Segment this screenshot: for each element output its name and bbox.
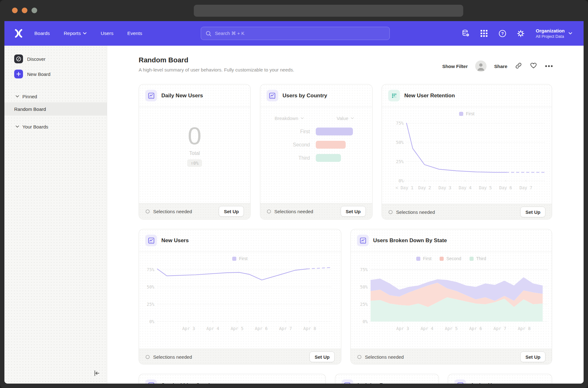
sidebar-item-label: New Board — [27, 71, 50, 77]
avatar[interactable] — [475, 60, 487, 72]
settings-gear-icon[interactable] — [516, 29, 525, 38]
status-selections-needed: Selections needed — [357, 354, 404, 360]
sidebar-item-random-board[interactable]: Random Board — [4, 102, 107, 116]
card-active-users: Active Users — [448, 374, 552, 384]
y-axis-label: 0% — [399, 178, 404, 183]
x-axis-label: Apr 7 — [493, 326, 506, 331]
share-button[interactable]: Share — [494, 64, 507, 69]
legend-swatch-icon — [416, 257, 420, 261]
copy-link-icon[interactable] — [515, 62, 522, 71]
sidebar-section-your-boards[interactable]: Your Boards — [4, 121, 107, 133]
main-content: Random Board A high-level summary of use… — [107, 46, 584, 384]
insights-chart-icon — [145, 90, 157, 101]
status-label: Selections needed — [274, 209, 313, 214]
status-label: Selections needed — [396, 209, 435, 215]
retention-chart: 75%50%25%0%< Day 1Day 2Day 3Day 4Day 5Da… — [382, 120, 552, 204]
show-filter-button[interactable]: Show Filter — [433, 63, 468, 69]
chevron-down-icon — [15, 95, 19, 98]
search-input[interactable]: Search ⌘ + K — [201, 27, 390, 40]
radio-circle-icon — [145, 355, 150, 359]
insights-chart-icon — [357, 235, 369, 246]
x-axis-label: Apr 4 — [421, 326, 434, 331]
legend-item[interactable]: First — [459, 111, 474, 116]
value-column-header[interactable]: Value — [337, 116, 354, 121]
x-axis-label: Apr 5 — [445, 326, 458, 331]
card-new-users: New Users First 75%50%25%0%Apr 3Apr 4Apr… — [139, 229, 341, 364]
y-axis-label: 75% — [147, 267, 154, 272]
set-up-button[interactable]: Set Up — [341, 206, 366, 217]
x-axis-label: Day 3 — [439, 185, 452, 190]
legend-item[interactable]: First — [232, 256, 247, 261]
help-icon[interactable]: ? — [498, 29, 507, 38]
sidebar-item-label: Discover — [27, 56, 45, 62]
org-switcher[interactable]: Organization All Project Data — [536, 28, 572, 39]
cards-row-3: Stacked Line Graph Insights Report — [107, 374, 584, 384]
metric-delta-badge: ↑0% — [187, 159, 202, 167]
data-management-icon[interactable] — [461, 29, 470, 38]
new-users-chart: 75%50%25%0%Apr 3Apr 4Apr 5Apr 6Apr 7Apr … — [139, 265, 341, 349]
section-label: Your Boards — [22, 124, 48, 129]
status-selections-needed: Selections needed — [267, 209, 313, 214]
legend-label: First — [466, 111, 474, 116]
x-axis-label: Day 4 — [459, 185, 472, 190]
sidebar: Discover New Board Pinned Random Board — [4, 46, 107, 384]
status-selections-needed: Selections needed — [388, 209, 435, 215]
collapse-sidebar-icon[interactable] — [92, 369, 101, 377]
sidebar-item-new-board[interactable]: New Board — [4, 66, 107, 82]
close-window-button[interactable] — [12, 8, 18, 13]
card-users-by-state: Users Broken Down By State FirstSecondTh… — [350, 229, 552, 364]
apps-grid-icon[interactable] — [480, 29, 488, 38]
favorite-heart-icon[interactable] — [530, 62, 537, 71]
bar-label: Second — [260, 142, 310, 148]
set-up-button[interactable]: Set Up — [309, 351, 335, 362]
sidebar-section-pinned[interactable]: Pinned — [4, 90, 107, 102]
nav-menu: Boards Reports Users Events — [34, 31, 142, 36]
zoom-window-button[interactable] — [32, 8, 37, 13]
more-options-icon[interactable] — [545, 63, 553, 69]
y-axis-label: 25% — [396, 159, 404, 164]
legend-item[interactable]: Third — [470, 256, 486, 261]
sidebar-item-discover[interactable]: Discover — [4, 51, 107, 66]
country-bar-row: Third — [260, 154, 372, 162]
chart-legend: First — [139, 252, 341, 265]
value-bar — [316, 128, 353, 135]
card-users-by-country: Users by Country Breakdown Value — [260, 84, 372, 220]
filter-funnel-icon — [433, 63, 439, 69]
legend-label: Second — [446, 256, 461, 261]
legend-label: First — [239, 256, 247, 261]
chevron-down-icon — [351, 117, 354, 119]
nav-item-boards[interactable]: Boards — [34, 31, 50, 36]
radio-circle-icon — [388, 210, 393, 214]
legend-swatch-icon — [440, 257, 444, 261]
legend-item[interactable]: First — [416, 256, 431, 261]
browser-url-bar[interactable] — [194, 5, 463, 17]
nav-item-users[interactable]: Users — [101, 31, 113, 36]
set-up-button[interactable]: Set Up — [520, 207, 545, 217]
nav-item-reports[interactable]: Reports — [64, 31, 87, 36]
minimize-window-button[interactable] — [22, 8, 27, 13]
x-axis-label: Day 6 — [499, 185, 512, 190]
traffic-lights — [12, 8, 37, 13]
y-axis-label: 75% — [396, 121, 404, 126]
mixpanel-logo-icon[interactable] — [14, 29, 24, 38]
legend-item[interactable]: Second — [440, 256, 461, 261]
y-axis-label: 50% — [147, 284, 154, 289]
set-up-button[interactable]: Set Up — [219, 206, 244, 217]
x-axis-label: Apr 3 — [396, 326, 409, 331]
country-bar-row: Second — [260, 141, 372, 149]
x-axis-label: Apr 7 — [279, 326, 292, 331]
nav-item-events[interactable]: Events — [127, 31, 142, 36]
card-new-user-retention: New User Retention First 75%50%25%0%< Da… — [382, 84, 552, 220]
insights-chart-icon — [454, 379, 466, 384]
x-axis-label: Apr 8 — [303, 326, 316, 331]
column-label: Value — [337, 116, 348, 121]
search-placeholder: Search ⌘ + K — [215, 31, 245, 36]
insights-chart-icon — [145, 379, 157, 384]
chevron-down-icon — [15, 125, 19, 128]
nav-label: Users — [101, 31, 113, 36]
set-up-button[interactable]: Set Up — [520, 351, 545, 362]
nav-label: Reports — [64, 31, 81, 36]
legend-label: First — [423, 256, 431, 261]
breakdown-column-header[interactable]: Breakdown — [275, 116, 304, 121]
column-label: Breakdown — [275, 116, 298, 121]
